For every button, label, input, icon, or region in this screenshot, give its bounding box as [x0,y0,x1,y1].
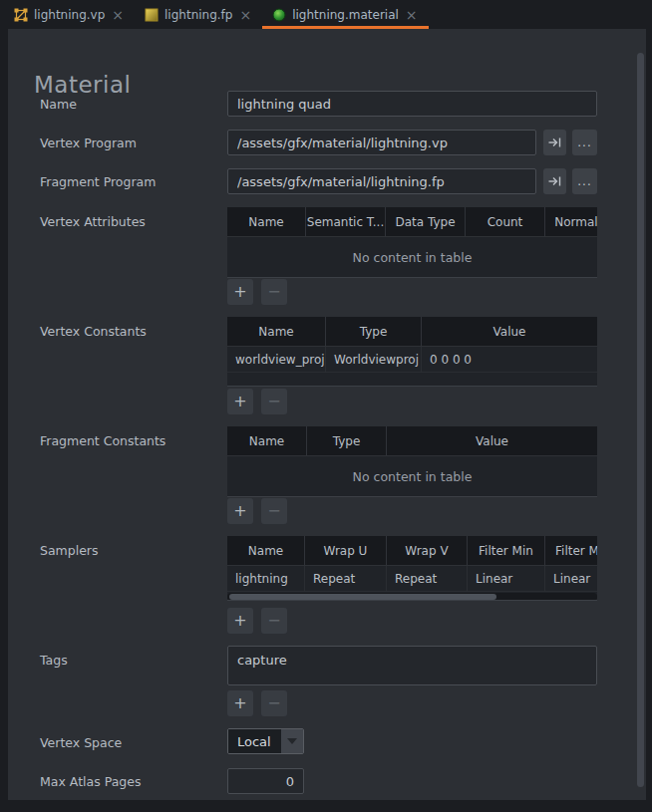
table-empty-text: No content in table [227,456,597,496]
fragment-program-open-button[interactable] [543,168,566,194]
fragment-constants-remove-button[interactable]: − [261,498,287,524]
tags-remove-button[interactable]: − [261,690,287,716]
samplers-table: Name Wrap U Wrap V Filter Min Filter Mag… [227,536,597,601]
vertex-attributes-remove-button[interactable]: − [261,279,287,305]
vertex-space-value: Local [228,729,281,753]
vertex-space-dropdown-button[interactable] [281,729,303,753]
column-header: Type [307,426,387,455]
column-header: Filter Min [468,536,545,565]
column-header: Wrap V [387,536,468,565]
vertex-constants-table: Name Type Value worldview_proj Worldview… [227,317,597,387]
vertex-attributes-table: Name Semantic T... Data Type Count Norma… [227,207,597,278]
vertex-constants-add-button[interactable]: + [227,389,253,414]
column-header: Normalize [545,207,597,236]
horizontal-scrollbar[interactable] [227,593,597,601]
sampler-wrap-v-cell[interactable]: Repeat [387,566,468,591]
name-label: Name [40,97,77,112]
table-row[interactable]: worldview_proj Worldviewproj 0 0 0 0 [227,347,597,373]
column-header: Count [466,207,545,236]
column-header: Type [326,317,422,346]
name-input[interactable] [227,91,597,117]
horizontal-scrollbar-thumb[interactable] [229,594,496,600]
vertex-attributes-add-button[interactable]: + [227,279,253,305]
page-title: Material [34,72,131,98]
table-header: Name Type Value [227,317,597,347]
column-header: Wrap U [305,536,387,565]
fragment-program-label: Fragment Program [40,174,156,189]
samplers-label: Samplers [40,543,99,558]
vertex-program-open-button[interactable] [543,130,566,155]
column-header: Name [227,317,326,346]
tab-close-icon[interactable]: × [405,9,419,21]
vertex-attributes-label: Vertex Attributes [40,214,146,229]
tab-lightning-fp[interactable]: lightning.fp × [135,0,262,29]
constant-value-cell[interactable]: 0 0 0 0 [422,347,597,372]
tab-close-icon[interactable]: × [111,9,125,21]
sampler-name-cell[interactable]: lightning [227,566,305,591]
tab-label: lightning.material [292,8,399,22]
tags-label: Tags [40,653,68,668]
vertex-space-select[interactable]: Local [227,728,304,754]
editor-window: lightning.vp × lightning.fp × [0,0,652,812]
fragment-constants-add-button[interactable]: + [227,498,253,524]
fragment-program-browse-button[interactable]: ... [572,168,597,194]
chevron-down-icon [287,738,297,744]
column-header: Name [227,536,305,565]
vertex-shader-icon [14,8,28,22]
sampler-filter-mag-cell[interactable]: Linear [545,566,597,591]
vertex-program-browse-button[interactable]: ... [572,130,597,155]
column-header: Name [227,426,307,455]
arrow-to-bar-icon [548,175,561,187]
samplers-remove-button[interactable]: − [261,608,287,634]
vertex-program-label: Vertex Program [40,135,137,150]
table-filler [227,373,597,386]
table-header: Name Semantic T... Data Type Count Norma… [227,207,597,237]
vertex-constants-label: Vertex Constants [40,324,147,339]
column-header: Name [227,207,306,236]
arrow-to-bar-icon [548,136,561,148]
table-empty-text: No content in table [227,237,597,277]
tab-bar: lightning.vp × lightning.fp × [0,0,652,29]
sampler-wrap-u-cell[interactable]: Repeat [305,566,387,591]
tab-lightning-vp[interactable]: lightning.vp × [4,0,135,29]
fragment-constants-table: Name Type Value No content in table [227,426,597,497]
table-header: Name Wrap U Wrap V Filter Min Filter Mag [227,536,597,566]
material-icon [272,8,286,22]
tab-label: lightning.fp [164,8,232,22]
tab-label: lightning.vp [34,8,105,22]
vertex-space-label: Vertex Space [40,735,122,750]
column-header: Value [422,317,597,346]
column-header: Filter Mag [545,536,597,565]
fragment-constants-label: Fragment Constants [40,433,165,448]
max-atlas-pages-label: Max Atlas Pages [40,774,141,789]
table-row[interactable]: lightning Repeat Repeat Linear Linear [227,566,597,592]
vertex-program-input[interactable] [227,130,536,155]
samplers-add-button[interactable]: + [227,608,253,634]
column-header: Semantic T... [306,207,386,236]
tags-add-button[interactable]: + [227,690,253,716]
fragment-shader-icon [145,8,159,22]
table-header: Name Type Value [227,426,597,456]
fragment-program-input[interactable] [227,168,536,194]
vertical-scrollbar-thumb[interactable] [637,53,644,787]
max-atlas-pages-input[interactable] [227,768,304,794]
constant-type-cell[interactable]: Worldviewproj [326,347,422,372]
sampler-filter-min-cell[interactable]: Linear [468,566,545,591]
column-header: Data Type [386,207,466,236]
tab-close-icon[interactable]: × [238,9,252,21]
column-header: Value [387,426,597,455]
tab-lightning-material[interactable]: lightning.material × [262,0,428,29]
constant-name-cell[interactable]: worldview_proj [227,347,326,372]
tags-input[interactable]: capture [227,646,597,685]
vertex-constants-remove-button[interactable]: − [261,389,287,414]
